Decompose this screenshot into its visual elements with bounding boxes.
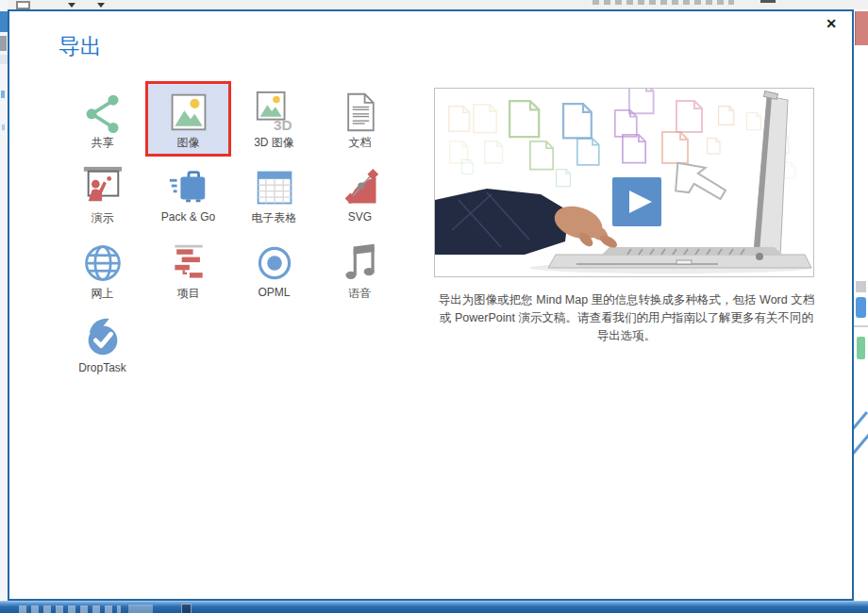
export-option-label: 网上 bbox=[92, 286, 114, 302]
export-dialog: 导出 ✕ 共享 图像 3D 3D 图像 文档 演示 Pack & Go 电子表格… bbox=[8, 9, 854, 601]
left-fragment bbox=[0, 55, 8, 64]
briefcase-icon bbox=[167, 159, 210, 208]
image-3d-icon: 3D bbox=[253, 84, 296, 133]
document-icon bbox=[340, 84, 381, 133]
export-option-pack-and-go[interactable]: Pack & Go bbox=[145, 157, 231, 232]
close-icon[interactable]: ✕ bbox=[822, 14, 841, 33]
export-option-web[interactable]: 网上 bbox=[59, 232, 145, 307]
taskbar-item-fragment bbox=[181, 604, 192, 613]
image-icon bbox=[168, 84, 209, 133]
export-option-svg[interactable]: SVG bbox=[317, 157, 403, 232]
export-option-spreadsheet[interactable]: 电子表格 bbox=[231, 157, 317, 232]
export-option-droptask[interactable]: DropTask bbox=[59, 307, 145, 383]
description-line: 或 PowerPoint 演示文稿。请查看我们的用户指南以了解更多有关不同的 bbox=[421, 309, 832, 327]
export-option-label: 演示 bbox=[92, 210, 114, 226]
divider bbox=[854, 325, 868, 327]
background-right-sliver bbox=[854, 9, 868, 601]
taskbar-item-fragment bbox=[19, 605, 121, 613]
export-option-project[interactable]: 项目 bbox=[145, 232, 231, 307]
export-option-label: 电子表格 bbox=[252, 210, 297, 226]
export-option-share[interactable]: 共享 bbox=[59, 81, 145, 157]
dropdown-arrow-fragment bbox=[68, 3, 75, 8]
presentation-icon bbox=[81, 159, 125, 208]
export-option-label: 3D 图像 bbox=[254, 135, 294, 151]
right-panel-fragment bbox=[852, 434, 868, 455]
export-option-label: SVG bbox=[348, 210, 372, 224]
export-option-image-3d[interactable]: 3D 3D 图像 bbox=[231, 81, 317, 157]
dialog-title: 导出 bbox=[58, 32, 102, 61]
os-taskbar[interactable] bbox=[0, 601, 868, 613]
export-option-label: 语音 bbox=[349, 286, 372, 302]
description-line: 导出选项。 bbox=[421, 327, 832, 345]
opml-circle-icon bbox=[254, 235, 295, 284]
export-option-presentation[interactable]: 演示 bbox=[59, 157, 145, 232]
toolbar-text-fragment bbox=[593, 0, 734, 5]
export-option-audio[interactable]: 语音 bbox=[317, 232, 403, 307]
vector-curve-icon bbox=[340, 159, 381, 208]
export-option-label: Pack & Go bbox=[161, 210, 215, 224]
left-fragment bbox=[2, 124, 5, 130]
left-fragment bbox=[0, 11, 8, 32]
export-option-label: DropTask bbox=[78, 361, 126, 374]
play-icon bbox=[612, 177, 661, 226]
music-note-icon bbox=[340, 235, 381, 284]
taskbar-item-fragment bbox=[128, 605, 153, 613]
globe-icon bbox=[82, 235, 124, 284]
export-options-grid: 共享 图像 3D 3D 图像 文档 演示 Pack & Go 电子表格 SVG … bbox=[59, 81, 403, 383]
right-panel-fragment bbox=[856, 281, 866, 292]
toolbar-icon-fragment bbox=[16, 1, 30, 9]
export-option-image[interactable]: 图像 bbox=[145, 81, 231, 157]
gantt-chart-icon bbox=[168, 235, 209, 284]
export-description: 导出为图像或把您 Mind Map 里的信息转换成多种格式，包括 Word 文档… bbox=[421, 291, 832, 345]
description-line: 导出为图像或把您 Mind Map 里的信息转换成多种格式，包括 Word 文档 bbox=[421, 291, 832, 309]
export-option-label: OPML bbox=[258, 286, 290, 299]
spreadsheet-icon bbox=[254, 159, 295, 208]
export-option-label: 图像 bbox=[177, 135, 200, 151]
right-panel-fragment bbox=[856, 297, 866, 318]
export-option-label: 文档 bbox=[349, 135, 372, 151]
share-icon bbox=[82, 84, 124, 133]
export-preview-image bbox=[434, 88, 814, 277]
dropdown-arrow-fragment bbox=[97, 3, 105, 8]
background-left-sliver bbox=[0, 0, 8, 613]
svg-text:3D: 3D bbox=[274, 117, 292, 133]
left-fragment bbox=[1, 91, 5, 98]
right-panel-fragment bbox=[857, 337, 865, 359]
right-red-fragment bbox=[855, 11, 868, 45]
export-option-opml[interactable]: OPML bbox=[231, 232, 317, 307]
toolbar-text-fragment bbox=[760, 0, 776, 3]
droptask-icon bbox=[81, 310, 125, 359]
left-fragment bbox=[0, 36, 7, 51]
export-option-label: 项目 bbox=[177, 286, 200, 302]
export-option-label: 共享 bbox=[92, 135, 114, 151]
export-option-document[interactable]: 文档 bbox=[317, 81, 403, 157]
